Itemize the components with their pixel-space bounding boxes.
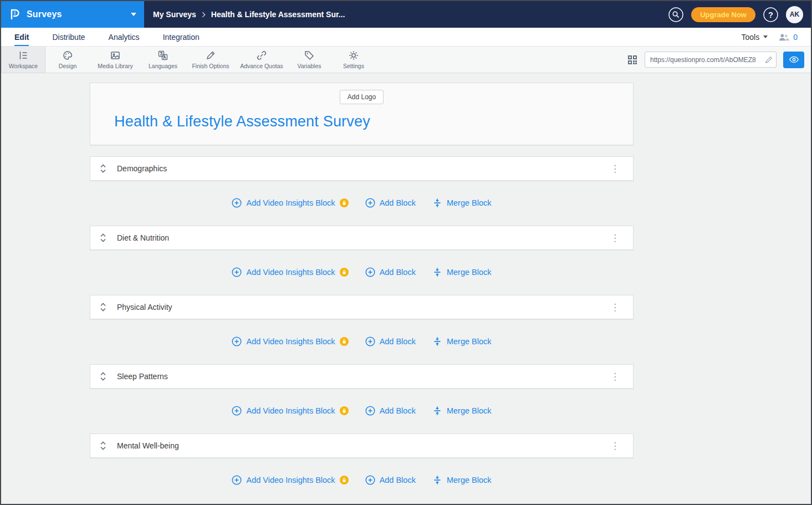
qr-code-icon[interactable]	[627, 54, 638, 65]
sort-handle-icon[interactable]	[100, 371, 106, 381]
plus-icon	[232, 336, 242, 346]
search-icon[interactable]	[668, 7, 683, 22]
tab-analytics[interactable]: Analytics	[109, 28, 140, 46]
block-row[interactable]: Sleep Patterns ⋮	[90, 364, 634, 389]
block-menu-icon[interactable]: ⋮	[607, 439, 624, 453]
toolbar-item-advance-quotas[interactable]: Advance Quotas	[236, 47, 287, 73]
block-menu-icon[interactable]: ⋮	[607, 231, 624, 245]
tab-integration[interactable]: Integration	[163, 28, 200, 46]
sort-handle-icon[interactable]	[100, 302, 106, 312]
header-actions: Upgrade Now ? AK	[668, 6, 811, 23]
add-video-insights-block-button[interactable]: Add Video Insights Block	[232, 406, 348, 416]
add-block-label: Add Block	[380, 198, 416, 207]
toolbar-label: Design	[59, 63, 77, 69]
merge-block-button[interactable]: Merge Block	[432, 336, 492, 346]
add-block-button[interactable]: Add Block	[365, 336, 416, 346]
tools-dropdown[interactable]: Tools	[742, 33, 768, 42]
questionpro-logo-icon	[9, 8, 21, 21]
merge-block-button[interactable]: Merge Block	[432, 406, 492, 416]
help-icon[interactable]: ?	[763, 7, 778, 22]
eye-icon	[789, 56, 799, 63]
sort-handle-icon[interactable]	[100, 441, 106, 451]
block-row[interactable]: Mental Well-being ⋮	[90, 433, 634, 458]
toolbar-item-finish-options[interactable]: Finish Options	[185, 47, 236, 73]
add-block-button[interactable]: Add Block	[365, 198, 416, 208]
add-logo-button[interactable]: Add Logo	[340, 90, 384, 104]
toolbar-item-workspace[interactable]: Workspace	[1, 47, 45, 73]
toolbar-item-design[interactable]: Design	[45, 47, 90, 73]
add-video-insights-label: Add Video Insights Block	[246, 476, 335, 484]
toolbar-right	[627, 47, 811, 73]
block-row[interactable]: Diet & Nutrition ⋮	[90, 226, 634, 250]
avatar[interactable]: AK	[786, 6, 803, 23]
survey-title[interactable]: Health & Lifestyle Assessment Survey	[114, 113, 633, 130]
sort-handle-icon[interactable]	[100, 164, 106, 174]
block-menu-icon[interactable]: ⋮	[607, 300, 624, 314]
merge-block-label: Merge Block	[447, 476, 492, 484]
block-actions-row: Add Video Insights Block Add Block Merge…	[90, 406, 634, 416]
merge-block-label: Merge Block	[447, 268, 492, 277]
toolbar-label: Finish Options	[192, 63, 229, 69]
add-block-button[interactable]: Add Block	[365, 406, 416, 416]
premium-lock-icon	[340, 198, 349, 207]
toolbar-item-languages[interactable]: Languages	[141, 47, 185, 73]
block-actions-row: Add Video Insights Block Add Block Merge…	[90, 336, 634, 346]
block-row[interactable]: Demographics ⋮	[90, 156, 634, 181]
add-video-insights-block-button[interactable]: Add Video Insights Block	[232, 267, 348, 277]
product-name: Surveys	[27, 9, 62, 19]
product-dropdown-caret-icon	[131, 13, 136, 16]
upgrade-now-button[interactable]: Upgrade Now	[691, 7, 755, 22]
tools-caret-icon	[763, 35, 768, 38]
nav-tabs: Edit Distribute Analytics Integration	[14, 28, 200, 46]
block-row[interactable]: Physical Activity ⋮	[90, 295, 634, 319]
breadcrumb-my-surveys[interactable]: My Surveys	[153, 10, 196, 19]
settings-icon	[348, 50, 359, 61]
add-video-insights-block-button[interactable]: Add Video Insights Block	[232, 198, 348, 208]
edit-url-icon[interactable]	[765, 56, 773, 64]
nav-right: Tools 0	[742, 33, 798, 42]
add-video-insights-label: Add Video Insights Block	[246, 406, 335, 415]
tab-edit[interactable]: Edit	[14, 28, 29, 46]
add-block-button[interactable]: Add Block	[365, 475, 416, 485]
survey-url-input[interactable]	[645, 52, 777, 68]
merge-icon	[432, 475, 442, 485]
plus-icon	[365, 267, 375, 277]
add-video-insights-block-button[interactable]: Add Video Insights Block	[232, 336, 348, 346]
sort-handle-icon[interactable]	[100, 233, 106, 243]
block-name: Demographics	[117, 164, 167, 173]
merge-block-button[interactable]: Merge Block	[432, 198, 492, 208]
block-section: Diet & Nutrition ⋮ Add Video Insights Bl…	[90, 226, 634, 277]
add-block-label: Add Block	[380, 476, 416, 484]
add-block-button[interactable]: Add Block	[365, 267, 416, 277]
premium-lock-icon	[340, 476, 349, 484]
merge-block-button[interactable]: Merge Block	[432, 267, 492, 277]
block-actions-row: Add Video Insights Block Add Block Merge…	[90, 475, 634, 485]
block-name: Diet & Nutrition	[117, 233, 169, 242]
toolbar-label: Advance Quotas	[240, 63, 283, 69]
advance-quotas-icon	[256, 50, 267, 61]
svg-text:?: ?	[768, 10, 773, 19]
plus-icon	[232, 406, 242, 416]
toolbar-item-settings[interactable]: Settings	[331, 47, 376, 73]
finish-options-icon	[205, 50, 216, 61]
toolbar-item-media-library[interactable]: Media Library	[90, 47, 141, 73]
toolbar-item-variables[interactable]: Variables	[287, 47, 331, 73]
block-menu-icon[interactable]: ⋮	[607, 162, 624, 176]
languages-icon	[157, 50, 168, 61]
merge-block-label: Merge Block	[447, 406, 492, 415]
preview-button[interactable]	[783, 52, 804, 68]
collaborators-button[interactable]: 0	[778, 33, 798, 42]
premium-lock-icon	[340, 406, 349, 415]
product-switcher[interactable]: Surveys	[1, 1, 144, 28]
tab-distribute[interactable]: Distribute	[52, 28, 85, 46]
merge-block-button[interactable]: Merge Block	[432, 475, 492, 485]
collaborator-count: 0	[793, 33, 798, 42]
plus-icon	[232, 198, 242, 208]
block-section: Mental Well-being ⋮ Add Video Insights B…	[90, 433, 634, 485]
breadcrumb: My Surveys Health & Lifestyle Assessment…	[153, 10, 345, 19]
workspace-icon	[18, 50, 29, 61]
plus-icon	[365, 336, 375, 346]
merge-icon	[432, 267, 442, 277]
add-video-insights-block-button[interactable]: Add Video Insights Block	[232, 475, 348, 485]
block-menu-icon[interactable]: ⋮	[607, 370, 624, 384]
